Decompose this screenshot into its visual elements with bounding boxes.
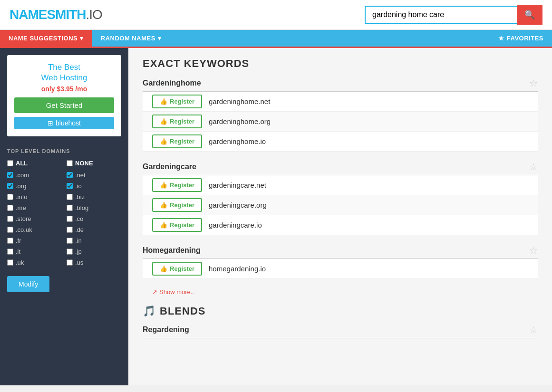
- favorites-label: FAVORITES: [507, 35, 543, 42]
- tld-checkbox[interactable]: [67, 205, 73, 211]
- thumbs-up-icon: 👍: [160, 221, 167, 229]
- tld-all[interactable]: ALL: [7, 159, 62, 168]
- random-names-button[interactable]: RANDOM NAMES ▾: [92, 30, 170, 47]
- tld-label: .uk: [16, 259, 24, 266]
- tld-label: .co.uk: [16, 226, 32, 233]
- domain-name: homegardening.io: [209, 265, 266, 273]
- bluehost-grid-icon: ⊞: [48, 119, 53, 127]
- tld-label: .in: [75, 237, 82, 244]
- keyword-group: Regardening☆: [143, 324, 538, 338]
- domain-row: 👍 Registerhomegardening.io: [143, 259, 538, 279]
- register-button[interactable]: 👍 Register: [152, 218, 202, 232]
- search-icon: 🔍: [524, 10, 535, 19]
- keyword-group: Gardeninghome☆👍 Registergardeninghome.ne…: [143, 77, 538, 152]
- tld-all-label: ALL: [16, 160, 28, 167]
- domain-name: gardeninghome.net: [209, 97, 270, 105]
- favorite-star-button[interactable]: ☆: [529, 245, 538, 256]
- name-suggestions-button[interactable]: NAME SUGGESTIONS ▾: [0, 30, 92, 47]
- tld-item: .store: [7, 214, 62, 223]
- tld-label: .net: [75, 172, 86, 179]
- tld-checkbox[interactable]: [67, 183, 73, 189]
- get-started-button[interactable]: Get Started: [14, 97, 114, 113]
- tld-none-checkbox[interactable]: [67, 160, 73, 166]
- tld-checkbox[interactable]: [67, 216, 73, 222]
- register-button[interactable]: 👍 Register: [152, 262, 202, 276]
- tld-item: .blog: [67, 203, 121, 212]
- sidebar: The Best Web Hosting only $3.95 /mo Get …: [0, 48, 128, 385]
- tld-item: .it: [7, 247, 62, 256]
- tld-label: .co: [75, 215, 83, 222]
- layout: The Best Web Hosting only $3.95 /mo Get …: [0, 48, 552, 385]
- register-button[interactable]: 👍 Register: [152, 115, 202, 128]
- register-button[interactable]: 👍 Register: [152, 178, 202, 192]
- thumbs-up-icon: 👍: [160, 118, 167, 125]
- tld-item: .me: [7, 203, 62, 212]
- favorite-star-button[interactable]: ☆: [529, 161, 538, 172]
- blends-groups-container: Regardening☆: [143, 324, 538, 338]
- domain-row: 👍 Registergardeningcare.net: [143, 175, 538, 195]
- tld-checkbox[interactable]: [67, 194, 73, 200]
- tld-checkbox[interactable]: [7, 205, 13, 211]
- tld-checkbox[interactable]: [7, 227, 13, 233]
- tld-checkbox[interactable]: [7, 194, 13, 200]
- register-button[interactable]: 👍 Register: [152, 95, 202, 108]
- thumbs-up-icon: 👍: [160, 138, 167, 145]
- blends-title: 🎵 BLENDS: [143, 305, 538, 317]
- favorites-button[interactable]: ★ FAVORITES: [490, 30, 552, 47]
- show-more-button[interactable]: ↗ Show more..: [152, 288, 194, 296]
- tld-checkbox[interactable]: [67, 238, 73, 244]
- exact-keywords-title: EXACT KEYWORDS: [143, 57, 538, 70]
- tld-section: TOP LEVEL DOMAINS ALL NONE .com.net.org.…: [0, 143, 128, 269]
- tld-checkbox[interactable]: [7, 216, 13, 222]
- register-button[interactable]: 👍 Register: [152, 198, 202, 212]
- tld-checkbox[interactable]: [67, 227, 73, 233]
- keyword-header: Homegardening☆: [143, 245, 538, 259]
- tld-checkbox[interactable]: [7, 183, 13, 189]
- tld-item: .info: [7, 192, 62, 201]
- ad-price: only $3.95 /mo: [14, 85, 114, 93]
- navbar-left: NAME SUGGESTIONS ▾ RANDOM NAMES ▾: [0, 30, 170, 47]
- tld-item: .com: [7, 171, 62, 180]
- search-button[interactable]: 🔍: [517, 5, 542, 25]
- tld-all-checkbox[interactable]: [7, 160, 13, 166]
- tld-header-row: ALL NONE: [7, 159, 121, 168]
- tld-label: .io: [75, 182, 82, 190]
- domain-name: gardeninghome.org: [209, 117, 271, 125]
- search-area: 🔍: [365, 5, 542, 25]
- thumbs-up-icon: 👍: [160, 265, 167, 272]
- register-button[interactable]: 👍 Register: [152, 134, 202, 148]
- show-more-arrow-icon: ↗: [152, 288, 157, 296]
- tld-item: .io: [67, 182, 121, 191]
- tld-item: .in: [67, 236, 121, 245]
- tld-checkbox[interactable]: [7, 259, 13, 266]
- tld-checkbox[interactable]: [7, 249, 13, 255]
- bluehost-bar: ⊞ bluehost: [14, 117, 114, 129]
- tld-label: .us: [75, 259, 83, 266]
- ad-title: The Best Web Hosting: [14, 62, 114, 83]
- blends-music-icon: 🎵: [143, 305, 156, 317]
- tld-checkbox[interactable]: [67, 259, 73, 266]
- search-input[interactable]: [365, 6, 517, 24]
- favorites-star-icon: ★: [498, 35, 504, 42]
- bluehost-label: bluehost: [56, 119, 81, 127]
- keyword-name: Regardening: [143, 325, 189, 334]
- tld-checkbox[interactable]: [67, 249, 73, 255]
- modify-button[interactable]: Modify: [7, 276, 49, 292]
- domain-name: gardeningcare.io: [209, 221, 262, 229]
- favorite-star-button[interactable]: ☆: [529, 77, 538, 89]
- tld-checkbox[interactable]: [7, 238, 13, 244]
- tld-label: .jp: [75, 248, 82, 255]
- keyword-header: Gardeninghome☆: [143, 77, 538, 92]
- keyword-group: Homegardening☆👍 Registerhomegardening.io: [143, 245, 538, 279]
- tld-item: .org: [7, 182, 62, 191]
- favorite-star-button[interactable]: ☆: [529, 324, 538, 335]
- tld-checkbox[interactable]: [7, 172, 13, 178]
- tld-label: .org: [16, 182, 26, 190]
- main-content: EXACT KEYWORDS Gardeninghome☆👍 Registerg…: [128, 48, 552, 385]
- blends-section: 🎵 BLENDS Regardening☆: [143, 305, 538, 338]
- tld-item: .jp: [67, 247, 121, 256]
- tld-none[interactable]: NONE: [67, 159, 121, 168]
- tld-checkbox[interactable]: [67, 172, 73, 178]
- tld-item: .us: [67, 258, 121, 267]
- header: NAMESMITH.io 🔍: [0, 0, 552, 30]
